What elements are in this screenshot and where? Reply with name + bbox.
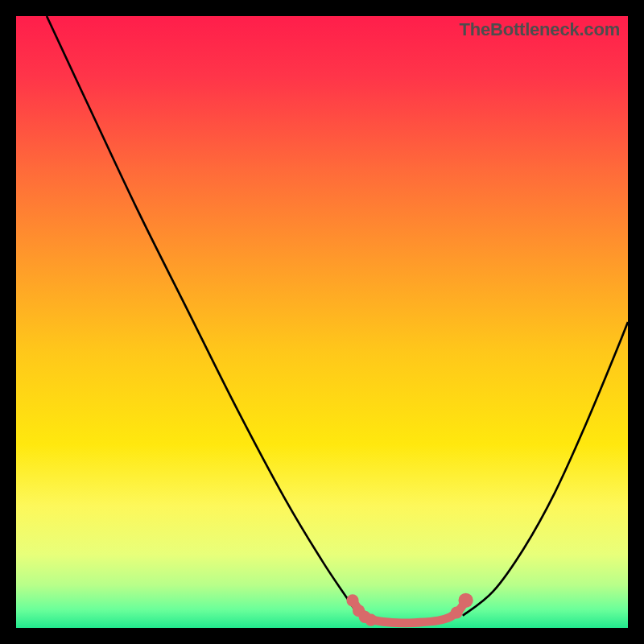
marker [365,614,377,626]
marker [346,594,358,606]
plot-area: TheBottleneck.com [16,16,628,628]
marker [458,593,473,608]
chart-frame: TheBottleneck.com [0,0,644,644]
left-curve [47,16,359,616]
curves-layer [16,16,628,628]
right-curve [463,322,628,616]
marker [451,606,463,618]
watermark: TheBottleneck.com [459,19,620,40]
